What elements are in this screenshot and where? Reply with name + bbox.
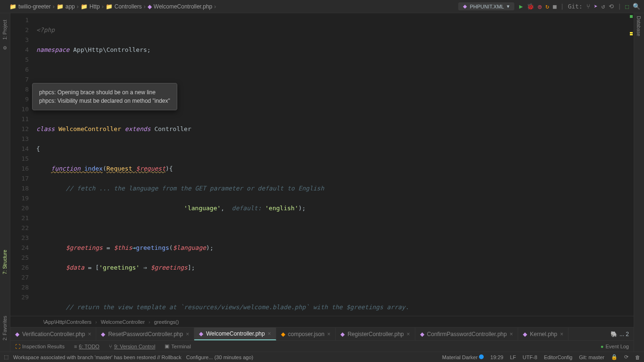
line-separator[interactable]: LF [510,354,516,360]
todo-icon: ≡ [74,344,77,349]
status-bar: ⬚ Workspace associated with branch 'mast… [0,352,644,362]
status-message: Workspace associated with branch 'master… [13,354,182,360]
breadcrumb: 📁twilio-greeter › 📁app › 📁Http › 📁Contro… [0,3,216,10]
bottom-tool-tabs: ⛶Inspection Results ≡6: TODO ⑂9: Version… [10,340,634,352]
theme-dot-icon [479,354,484,359]
close-icon[interactable]: × [268,330,271,337]
warning-mark[interactable] [630,34,633,35]
lock-icon[interactable]: 🔒 [611,354,618,360]
gear-icon[interactable]: ⚙ [3,45,7,50]
git-update-icon[interactable]: ↺ [602,3,605,10]
chevron-right-icon: › [53,3,55,10]
chevron-right-icon: › [214,3,216,10]
event-log-tab[interactable]: ●Event Log [601,344,629,349]
php-file-icon: ◆ [420,331,424,337]
git-label: Git: [568,3,582,10]
trash-icon[interactable]: 🗑 [635,354,640,360]
version-control-tab[interactable]: ⑂9: Version Control [109,343,155,349]
close-icon[interactable]: × [560,331,563,337]
topbar-right: ◆ PHPUNIT.XML ▾ ▶ 🐞 ◎ ↻ ■ | Git: ⑂ ➤ ↺ ⟲… [458,2,644,10]
breadcrumb-item[interactable]: 📁Controllers [106,3,142,10]
analysis-ok-icon [630,15,633,18]
php-file-icon: ◆ [199,330,203,337]
profile-icon[interactable]: ↻ [545,3,549,10]
warning-mark[interactable] [630,32,633,33]
stop-icon[interactable]: ■ [553,3,557,10]
folder-icon: 📁 [9,3,17,10]
favorites-tool-tab[interactable]: 2: Favorites [1,313,8,343]
line-numbers: 1234567891011121314151617181920212223242… [10,13,36,316]
editor-tab[interactable]: ◆ResetPasswordController.php× [96,328,194,340]
crumb-class[interactable]: WelcomeController [101,319,145,325]
editor-tab[interactable]: ◆VerificationController.php× [10,328,96,340]
editor-tab[interactable]: ◆composer.json× [276,328,336,340]
structure-tool-tab[interactable]: 7: Structure [1,247,8,277]
tabs-overflow[interactable]: 🐘... 2 [606,328,634,340]
show-tools-icon[interactable]: ⬚ [4,354,8,360]
elephant-icon: 🐘 [611,331,618,337]
close-icon[interactable]: × [88,331,91,337]
editor[interactable]: 1234567891011121314151617181920212223242… [10,13,634,316]
chevron-right-icon: › [77,3,79,10]
database-tool-tab[interactable]: Database [634,13,643,39]
project-tool-tab[interactable]: 1: Project [1,17,8,42]
chevron-right-icon: › [144,3,146,10]
chevron-right-icon: › [102,3,104,10]
chevron-right-icon: › [95,319,97,325]
php-file-icon: ◆ [340,331,345,337]
folder-icon: 📁 [81,3,88,10]
search-icon[interactable]: 🔍 [633,3,640,10]
todo-tab[interactable]: ≡6: TODO [74,343,99,349]
php-file-icon: ◆ [101,331,105,337]
theme-indicator[interactable]: Material Darker [442,354,484,360]
memory-icon[interactable]: ⟳ [624,354,628,360]
terminal-icon: ▣ [165,343,169,349]
php-file-icon: ◆ [15,331,19,337]
run-icon[interactable]: ▶ [519,3,523,10]
crumb-namespace[interactable]: \App\Http\Controllers [43,319,91,325]
phpunit-icon: ◆ [463,3,467,9]
right-tool-panel: Database [634,13,644,362]
json-file-icon: ◆ [281,331,285,337]
cursor-position[interactable]: 19:29 [490,354,504,360]
terminal-tab[interactable]: ▣Terminal [165,343,191,349]
php-file-icon: ◆ [523,331,527,337]
inspection-results-tab[interactable]: ⛶Inspection Results [15,343,65,349]
breadcrumb-file[interactable]: ◆WelcomeController.php [148,3,213,10]
debug-icon[interactable]: 🐞 [527,3,534,10]
topbar: 📁twilio-greeter › 📁app › 📁Http › 📁Contro… [0,0,644,13]
editor-tabs: ◆VerificationController.php× ◆ResetPassw… [10,327,634,340]
error-stripe[interactable] [629,13,634,316]
event-log-icon: ● [601,344,604,349]
close-icon[interactable]: × [510,331,513,337]
git-branch-status[interactable]: Git: master [579,354,604,360]
breadcrumb-item[interactable]: 📁app [57,3,75,10]
editor-tab[interactable]: ◆ConfirmPasswordController.php× [415,328,518,340]
breadcrumb-item[interactable]: 📁Http [81,3,100,10]
close-icon[interactable]: × [327,331,330,337]
editor-tab-active[interactable]: ◆WelcomeController.php× [194,328,276,340]
vcs-icon: ⑂ [109,344,112,349]
editorconfig-indicator[interactable]: EditorConfig [544,354,573,360]
ide-settings-icon[interactable]: ⬚ [625,3,629,10]
editor-tab[interactable]: ◆Kernel.php× [518,328,569,340]
inspection-icon: ⛶ [15,344,20,349]
git-commit-icon[interactable]: ➤ [594,3,598,10]
editor-tab[interactable]: ◆RegisterController.php× [336,328,415,340]
folder-icon: 📁 [57,3,64,10]
close-icon[interactable]: × [407,331,410,337]
file-encoding[interactable]: UTF-8 [522,354,537,360]
php-file-icon: ◆ [148,3,152,10]
toolbar-icons: ▶ 🐞 ◎ ↻ ■ | Git: ⑂ ➤ ↺ ⟲ | ⬚ 🔍 [519,3,640,10]
crumb-method[interactable]: greetings() [154,319,179,325]
run-configuration-dropdown[interactable]: ◆ PHPUNIT.XML ▾ [458,2,514,10]
status-configure-link[interactable]: Configure... (30 minutes ago) [186,354,253,360]
code-content[interactable]: <?php namespace App\Http\Controllers; us… [36,13,634,316]
coverage-icon[interactable]: ◎ [538,3,542,10]
git-history-icon[interactable]: ⟲ [609,3,614,10]
folder-icon: 📁 [106,3,113,10]
git-branch-icon[interactable]: ⑂ [586,3,590,10]
breadcrumb-root[interactable]: 📁twilio-greeter [9,3,51,10]
left-tool-panel: 1: Project ⚙ 7: Structure 2: Favorites [0,13,10,362]
close-icon[interactable]: × [186,331,189,337]
